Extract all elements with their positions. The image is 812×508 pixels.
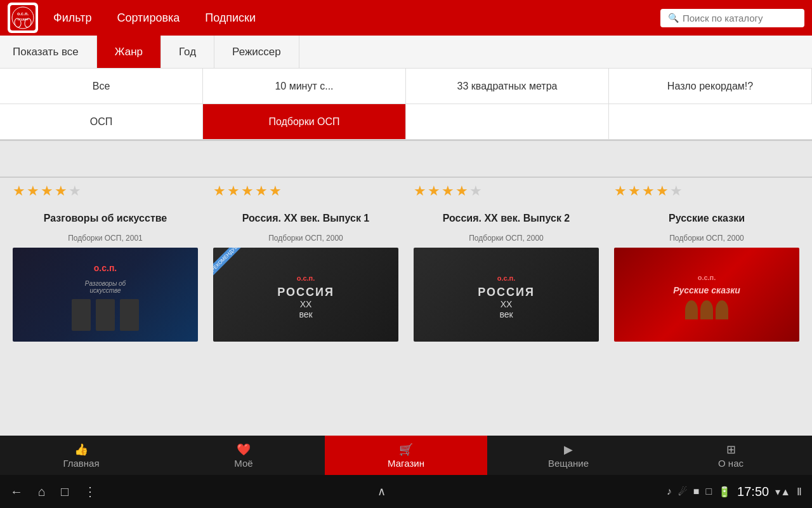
genre-33sqm[interactable]: 33 квадратных метра	[406, 69, 609, 104]
svg-text:о.с.п.: о.с.п.	[94, 263, 117, 273]
movie-meta-3: Подборки ОСП, 2000	[414, 234, 599, 243]
nav-store-label: Магазин	[388, 458, 424, 469]
genre-grid: Все 10 минут с... 33 квадратных метра На…	[0, 69, 812, 141]
top-bar: о.с.п. студия Фильтр Сортировка Подписки…	[0, 0, 812, 36]
genre-empty-1	[406, 104, 609, 140]
star-3-5: ★	[469, 183, 482, 199]
movie-title-1[interactable]: Разговоры об искусстве	[13, 204, 198, 232]
subscriptions-button[interactable]: Подписки	[195, 8, 266, 29]
movie-meta-2: Подборки ОСП, 2000	[213, 234, 398, 243]
nav-home[interactable]: 👍 Главная	[0, 436, 162, 475]
stars-3: ★ ★ ★ ★ ★	[414, 183, 599, 199]
movie-card-4: ★ ★ ★ ★ ★ Русские сказки Подборки ОСП, 2…	[606, 178, 807, 436]
star-4-1: ★	[614, 183, 627, 199]
star-1-4: ★	[55, 183, 67, 199]
signal-icon: Ⅱ	[797, 486, 802, 498]
movie-title-3[interactable]: Россия. XX век. Выпуск 2	[414, 204, 599, 232]
logo: о.с.п. студия	[10, 5, 36, 30]
system-time: 17:50	[737, 485, 769, 499]
chevron-up-icon[interactable]: ∧	[377, 485, 386, 498]
star-2-2: ★	[227, 183, 240, 199]
music-icon: ♪	[667, 486, 672, 497]
star-2-4: ★	[255, 183, 268, 199]
search-input[interactable]	[683, 13, 797, 23]
nav-broadcast-label: Вещание	[548, 458, 589, 469]
logo-box[interactable]: о.с.п. студия	[8, 3, 38, 33]
star-4-5: ★	[670, 183, 683, 199]
movie-poster-2[interactable]: РЕКОМЕНДУЕМ о.с.п. РОССИЯ XX век	[213, 248, 398, 342]
genre-osp-collections[interactable]: Подборки ОСП	[203, 104, 406, 140]
star-2-5: ★	[269, 183, 282, 199]
genre-all[interactable]: Все	[0, 69, 203, 104]
filter-button[interactable]: Фильтр	[43, 8, 102, 29]
nav-about[interactable]: ⊞ О нас	[650, 436, 812, 475]
movie-card-2: ★ ★ ★ ★ ★ Россия. XX век. Выпуск 1 Подбо…	[206, 178, 406, 436]
movie-title-2[interactable]: Россия. XX век. Выпуск 1	[213, 204, 398, 232]
svg-text:о.с.п.: о.с.п.	[297, 274, 315, 282]
stars-2: ★ ★ ★ ★ ★	[213, 183, 398, 199]
genre-empty-2	[609, 104, 812, 140]
star-1-2: ★	[27, 183, 39, 199]
movie-meta-4: Подборки ОСП, 2000	[614, 234, 799, 243]
star-1-3: ★	[41, 183, 53, 199]
heart-icon: ❤️	[237, 443, 251, 457]
back-button[interactable]: ←	[10, 485, 23, 499]
movie-title-4[interactable]: Русские сказки	[614, 204, 799, 232]
search-box[interactable]: 🔍	[660, 9, 804, 27]
star-2-3: ★	[241, 183, 254, 199]
sort-button[interactable]: Сортировка	[107, 8, 190, 29]
store-icon: 🛒	[399, 443, 413, 457]
svg-text:о.с.п.: о.с.п.	[497, 274, 516, 282]
star-4-4: ★	[656, 183, 669, 199]
tab-genre[interactable]: Жанр	[97, 36, 161, 68]
recent-button[interactable]: □	[61, 485, 69, 499]
play-icon: ▶	[564, 443, 573, 457]
nav-about-label: О нас	[718, 458, 743, 469]
star-3-4: ★	[455, 183, 468, 199]
movie-poster-4[interactable]: о.с.п. Русские сказки	[614, 248, 799, 342]
movie-poster-3[interactable]: о.с.п. РОССИЯ XX век	[414, 248, 599, 342]
tab-show-all[interactable]: Показать все	[0, 36, 97, 68]
genre-10min[interactable]: 10 минут с...	[203, 69, 406, 104]
svg-text:о.с.п.: о.с.п.	[17, 11, 29, 16]
nav-home-label: Главная	[63, 458, 99, 469]
system-bar: ← ⌂ □ ⋮ ∧ ♪ ☄ ■ □ 🔋 17:50 ▾▲ Ⅱ	[0, 475, 812, 508]
photo-icon: □	[705, 486, 712, 497]
star-2-1: ★	[213, 183, 226, 199]
nav-my[interactable]: ❤️ Моё	[162, 436, 325, 475]
search-icon: 🔍	[668, 13, 679, 23]
bottom-nav: 👍 Главная ❤️ Моё 🛒 Магазин ▶ Вещание ⊞ О…	[0, 436, 812, 475]
nav-my-label: Моё	[234, 458, 252, 469]
battery-icon: 🔋	[718, 486, 731, 498]
star-3-3: ★	[442, 183, 454, 199]
movie-poster-1[interactable]: о.с.п. Разговоры обискусстве	[13, 248, 198, 342]
tab-director[interactable]: Режиссер	[214, 36, 299, 68]
genre-records[interactable]: Назло рекордам!?	[609, 69, 812, 104]
star-3-2: ★	[428, 183, 440, 199]
home-button[interactable]: ⌂	[38, 485, 46, 499]
nav-store[interactable]: 🛒 Магазин	[325, 436, 487, 475]
usb-icon: ☄	[678, 486, 687, 498]
sim-icon: ■	[693, 486, 700, 497]
star-1-1: ★	[13, 183, 25, 199]
system-status: ♪ ☄ ■ □ 🔋 17:50 ▾▲ Ⅱ	[667, 485, 802, 499]
screenshot-button[interactable]: ⋮	[84, 484, 96, 499]
filter-tabs: Показать все Жанр Год Режиссер	[0, 36, 812, 69]
about-icon: ⊞	[726, 443, 736, 457]
movie-meta-1: Подборки ОСП, 2001	[13, 234, 198, 243]
movies-area: ★ ★ ★ ★ ★ Разговоры об искусстве Подборк…	[0, 178, 812, 436]
home-icon: 👍	[74, 443, 88, 457]
stars-4: ★ ★ ★ ★ ★	[614, 183, 799, 199]
star-3-1: ★	[414, 183, 426, 199]
svg-text:о.с.п.: о.с.п.	[698, 274, 716, 281]
tab-year[interactable]: Год	[161, 36, 214, 68]
stars-1: ★ ★ ★ ★ ★	[13, 183, 198, 199]
movie-card-3: ★ ★ ★ ★ ★ Россия. XX век. Выпуск 2 Подбо…	[406, 178, 606, 436]
nav-broadcast[interactable]: ▶ Вещание	[487, 436, 650, 475]
movie-card-1: ★ ★ ★ ★ ★ Разговоры об искусстве Подборк…	[5, 178, 206, 436]
star-4-2: ★	[628, 183, 641, 199]
star-4-3: ★	[642, 183, 655, 199]
star-1-5: ★	[69, 183, 81, 199]
wifi-icon: ▾▲	[775, 486, 790, 498]
genre-osp[interactable]: ОСП	[0, 104, 203, 140]
